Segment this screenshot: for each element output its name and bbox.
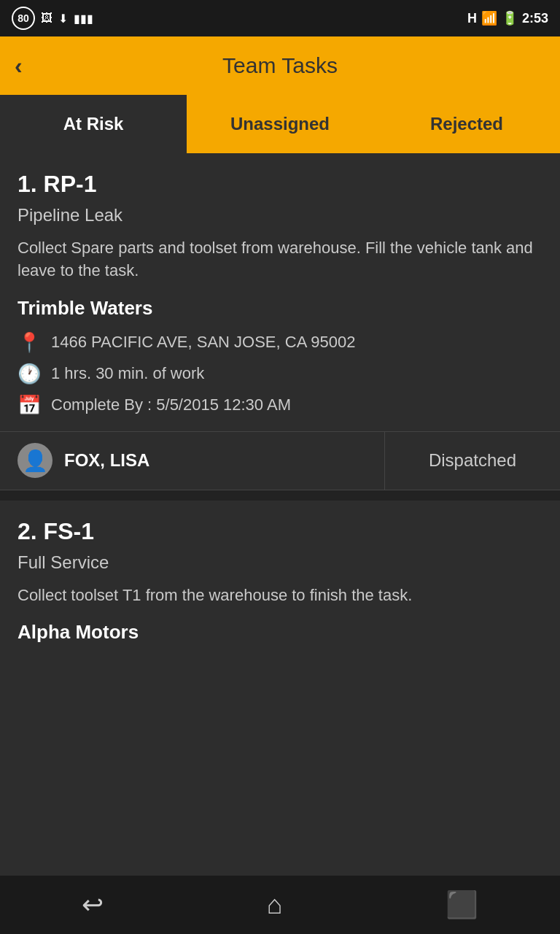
status-icon-bars: ▮▮▮ — [74, 12, 93, 26]
tab-bar: At Risk Unassigned Rejected — [0, 95, 560, 153]
task-1-description: Collect Spare parts and toolset from war… — [18, 237, 542, 282]
task-1-complete-row: 📅 Complete By : 5/5/2015 12:30 AM — [18, 394, 542, 417]
avatar-1: 👤 — [18, 443, 52, 478]
clock-icon: 🕐 — [18, 363, 41, 385]
dispatcher-row-1: 👤 FOX, LISA Dispatched — [0, 431, 560, 490]
task-1-duration: 1 hrs. 30 min. of work — [51, 364, 204, 383]
task-2-description: Collect toolset T1 from the warehouse to… — [18, 584, 542, 607]
dispatcher-status-1: Dispatched — [385, 432, 560, 490]
clock: 2:53 — [522, 11, 548, 26]
task-2-type: Full Service — [18, 552, 542, 573]
card-divider — [0, 490, 560, 501]
back-button[interactable]: ‹ — [15, 54, 23, 77]
top-nav: ‹ Team Tasks — [0, 36, 560, 95]
task-1-complete-by: Complete By : 5/5/2015 12:30 AM — [51, 395, 291, 414]
signal-icon: 📶 — [481, 10, 497, 26]
page-title: Team Tasks — [0, 53, 560, 78]
task-1-address: 1466 PACIFIC AVE, SAN JOSE, CA 95002 — [51, 333, 355, 352]
calendar-icon: 📅 — [18, 394, 41, 417]
task-1-address-row: 📍 1466 PACIFIC AVE, SAN JOSE, CA 95002 — [18, 331, 542, 354]
task-2-assignee: Alpha Motors — [18, 621, 542, 644]
task-card-1: 1. RP-1 Pipeline Leak Collect Spare part… — [0, 153, 560, 490]
task-2-header: 2. FS-1 — [18, 518, 542, 545]
status-icon-80: 80 — [12, 7, 35, 30]
task-1-duration-row: 🕐 1 hrs. 30 min. of work — [18, 363, 542, 385]
content-area: 1. RP-1 Pipeline Leak Collect Spare part… — [0, 153, 560, 644]
dispatcher-name-1: FOX, LISA — [64, 450, 149, 471]
status-icon-image: 🖼 — [41, 12, 52, 25]
tab-rejected[interactable]: Rejected — [373, 95, 560, 153]
task-1-header: 1. RP-1 — [18, 171, 542, 198]
back-nav-button[interactable]: ↩ — [82, 889, 104, 920]
location-icon: 📍 — [18, 331, 41, 354]
home-nav-button[interactable]: ⌂ — [267, 889, 283, 920]
status-bar-left: 80 🖼 ⬇ ▮▮▮ — [12, 7, 93, 30]
status-bar-right: H 📶 🔋 2:53 — [467, 10, 548, 26]
dispatcher-left-1[interactable]: 👤 FOX, LISA — [0, 432, 385, 490]
tab-unassigned[interactable]: Unassigned — [187, 95, 373, 153]
task-card-2: 2. FS-1 Full Service Collect toolset T1 … — [0, 501, 560, 644]
avatar-icon: 👤 — [23, 449, 48, 473]
status-bar: 80 🖼 ⬇ ▮▮▮ H 📶 🔋 2:53 — [0, 0, 560, 36]
tab-at-risk[interactable]: At Risk — [0, 95, 187, 153]
task-1-assignee: Trimble Waters — [18, 297, 542, 320]
status-icon-download: ⬇ — [58, 12, 68, 26]
task-1-meta: 📍 1466 PACIFIC AVE, SAN JOSE, CA 95002 🕐… — [18, 331, 542, 417]
status-h-icon: H — [467, 11, 477, 26]
recents-nav-button[interactable]: ⬛ — [446, 889, 478, 920]
battery-icon: 🔋 — [502, 10, 518, 26]
bottom-nav: ↩ ⌂ ⬛ — [0, 876, 560, 934]
task-1-type: Pipeline Leak — [18, 205, 542, 225]
status-badge-1: Dispatched — [429, 450, 516, 471]
